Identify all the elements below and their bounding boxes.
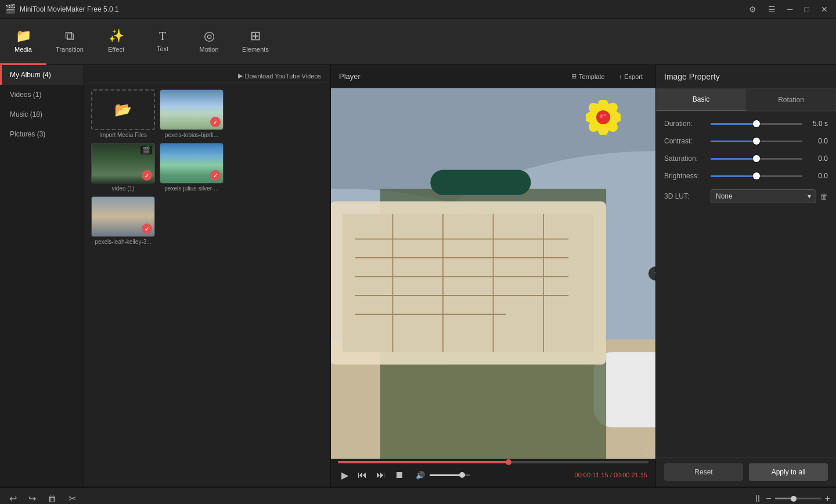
pexels2-label: pexels-julius-silver-... [160,185,224,192]
undo-btn[interactable]: ↩ [6,491,20,504]
menu-icon[interactable]: ☰ [765,3,779,15]
next-frame-btn[interactable]: ⏭ [374,469,388,481]
toolbar-item-media[interactable]: 📁 Media [0,19,46,65]
progress-knob[interactable] [506,459,511,465]
saturation-value: 0.0 [807,154,828,163]
template-label: Template [579,73,605,80]
current-time: 00:00:11.15 [575,471,608,478]
brightness-fill [711,175,756,177]
image-property-title: Image Property [664,72,720,81]
delete-btn[interactable]: 🗑 [44,492,60,505]
volume-slider[interactable] [430,474,470,476]
player-progress[interactable] [331,461,655,463]
play-btn[interactable]: ▶ [339,469,351,482]
titlebar-controls[interactable]: ⚙ ☰ ─ □ ✕ [745,3,831,15]
scissors-btn[interactable]: ✂ [65,491,80,504]
toolbar-item-text[interactable]: T Text [139,19,186,65]
volume-btn[interactable]: 🔊 [413,470,427,481]
import-label: Import Media Files [91,132,155,138]
player-controls: ▶ ⏮ ⏭ ⏹ 🔊 00:00:11.15 / 00:00:21.15 [331,463,655,487]
app-title: MiniTool MovieMaker Free 5.0.1 [20,5,119,13]
main-content: My Album (4) Videos (1) Music (18) Pictu… [0,65,836,487]
pexels3-label: pexels-leah-kelley-3... [91,239,155,245]
duration-slider[interactable] [711,123,802,125]
toolbar-item-transition[interactable]: ⧉ Transition [46,19,93,65]
media-icon: 📁 [16,28,31,44]
sidebar-item-music[interactable]: Music (18) [0,105,84,124]
apply-all-btn[interactable]: Apply to all [749,463,828,481]
duration-value: 5.0 s [807,120,828,128]
zoom-slider[interactable] [775,498,821,499]
brightness-knob[interactable] [753,172,760,179]
lut-label: 3D LUT: [664,192,711,200]
svg-point-27 [600,114,603,118]
template-icon: ⊞ [571,73,576,80]
download-youtube-btn[interactable]: ▶ Download YouTube Videos [238,72,322,80]
video-indicator-icon: 🎬 [140,146,152,154]
zoom-in-btn[interactable]: + [825,494,830,504]
player-area: Player ⊞ Template ↑ Export [331,65,656,487]
template-btn[interactable]: ⊞ Template [567,70,610,82]
tab-rotation[interactable]: Rotation [746,88,836,111]
lut-row: 3D LUT: None ▾ 🗑 [664,189,828,203]
stop-btn[interactable]: ⏹ [392,469,406,481]
lut-select[interactable]: None ▾ [711,189,816,203]
maximize-icon[interactable]: □ [801,3,813,15]
sidebar-item-my-album[interactable]: My Album (4) [0,65,84,85]
player-header: Player ⊞ Template ↑ Export [331,65,655,88]
youtube-icon: ▶ [238,72,243,80]
close-icon[interactable]: ✕ [817,3,831,15]
settings-icon[interactable]: ⚙ [745,3,760,15]
import-media-item[interactable]: 📂 Import Media Files [91,89,155,138]
effect-icon: ✨ [109,28,124,44]
contrast-value: 0.0 [807,137,828,145]
property-content: Duration: 5.0 s Contrast: 0 [656,111,836,457]
svg-rect-17 [430,170,531,195]
text-icon: T [159,30,166,43]
sidebar-item-pictures[interactable]: Pictures (3) [0,124,84,144]
property-actions: Reset Apply to all [656,457,836,487]
media-grid: 📂 Import Media Files ✓ pexels-tobias-bjø… [89,87,326,247]
toolbar-item-motion[interactable]: ◎ Motion [186,19,232,65]
contrast-label: Contrast: [664,137,711,145]
total-time: 00:00:21.15 [614,471,647,478]
motion-icon: ◎ [204,28,215,44]
saturation-knob[interactable] [753,155,760,162]
export-btn[interactable]: ↑ Export [614,71,647,82]
image-property-header: Image Property [656,65,836,88]
tab-basic[interactable]: Basic [656,88,746,111]
toolbar-item-effect[interactable]: ✨ Effect [93,19,139,65]
prev-frame-btn[interactable]: ⏮ [355,469,369,481]
sidebar: My Album (4) Videos (1) Music (18) Pictu… [0,65,84,487]
rotation-tab-label: Rotation [778,96,804,104]
contrast-knob[interactable] [753,138,760,145]
titlebar: 🎬 MiniTool MovieMaker Free 5.0.1 ⚙ ☰ ─ □… [0,0,836,19]
toolbar-item-elements[interactable]: ⊞ Elements [232,19,279,65]
effect-label: Effect [108,46,124,53]
duration-knob[interactable] [753,120,760,127]
media-item-video1[interactable]: 🎬 ✓ video (1) [91,143,155,192]
fullscreen-btn[interactable]: ⛶ [645,447,653,456]
redo-btn[interactable]: ↪ [25,491,39,504]
zoom-knob[interactable] [791,496,797,502]
pictures-label: Pictures (3) [10,130,45,138]
progress-bar[interactable] [338,461,648,463]
contrast-slider[interactable] [711,141,802,142]
media-item-pexels1[interactable]: ✓ pexels-tobias-bjørli... [160,89,224,138]
brightness-slider[interactable] [711,175,802,177]
video1-label: video (1) [91,185,155,192]
saturation-slider[interactable] [711,158,802,160]
volume-knob[interactable] [459,472,465,478]
media-item-pexels2[interactable]: ✓ pexels-julius-silver-... [160,143,224,192]
media-label: Media [15,46,32,53]
lut-delete-btn[interactable]: 🗑 [820,192,828,201]
duration-slider-area: 5.0 s [711,120,828,128]
saturation-fill [711,158,756,160]
minimize-icon[interactable]: ─ [784,3,797,15]
media-item-pexels3[interactable]: ✓ pexels-leah-kelley-3... [91,196,155,245]
sidebar-item-videos[interactable]: Videos (1) [0,85,84,105]
svg-point-28 [604,114,606,116]
zoom-out-btn[interactable]: − [766,494,771,504]
reset-btn[interactable]: Reset [664,463,743,481]
saturation-row: Saturation: 0.0 [664,154,828,163]
